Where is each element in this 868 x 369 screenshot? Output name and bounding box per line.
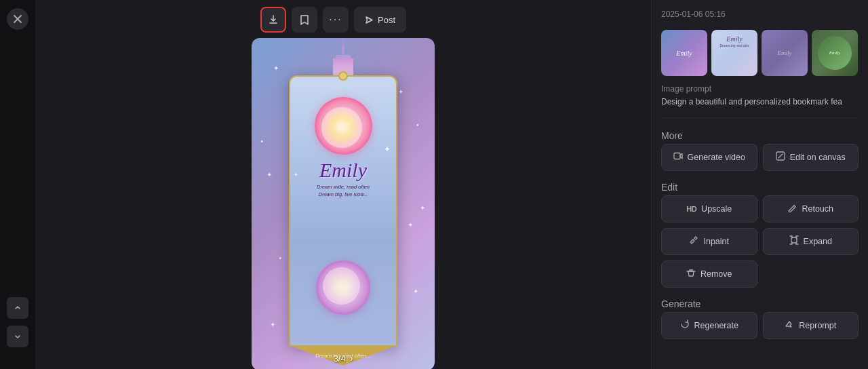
- content-area: ✦ ✦ • ✦ ✦ • ✦ ✦ • ✦: [252, 38, 435, 369]
- remove-button[interactable]: Remove: [661, 260, 757, 288]
- edit-section: Edit HD Upscale Retouch: [661, 179, 859, 288]
- thumbnails-row: Emily Emily Dream big and clim Emily Emi…: [661, 30, 859, 76]
- post-label: Post: [378, 15, 395, 25]
- retouch-label: Retouch: [802, 204, 833, 214]
- reprompt-label: Reprompt: [799, 321, 836, 330]
- edit-on-canvas-button[interactable]: Edit on canvas: [763, 144, 859, 171]
- reprompt-button[interactable]: Reprompt: [763, 312, 859, 339]
- thumbnail-3[interactable]: Emily: [762, 30, 808, 76]
- divider-1: [661, 117, 859, 118]
- reprompt-icon: [785, 319, 794, 331]
- inpaint-button[interactable]: Inpaint: [661, 228, 757, 255]
- thumbnail-4[interactable]: Emily: [812, 30, 858, 76]
- nav-up-button[interactable]: [7, 297, 28, 319]
- hd-icon: HD: [686, 205, 696, 213]
- expand-button[interactable]: Expand: [763, 228, 859, 255]
- nav-down-button[interactable]: [7, 326, 28, 347]
- image-counter: 3/4 ›: [334, 353, 353, 364]
- inpaint-label: Inpaint: [703, 237, 729, 246]
- upscale-label: Upscale: [701, 204, 732, 214]
- canvas-icon: [776, 151, 785, 163]
- top-flower: [315, 97, 372, 155]
- bookmark-name: Emily: [319, 159, 367, 182]
- inpaint-icon: [689, 235, 698, 247]
- prompt-text: Design a beautiful and personalized book…: [661, 96, 859, 108]
- counter-arrow: ›: [350, 353, 353, 364]
- generate-section: Generate Regenerate: [661, 296, 859, 339]
- bookmark-ring: [338, 71, 348, 81]
- counter-text: 3/4: [334, 353, 346, 364]
- expand-icon: [789, 235, 799, 247]
- app-container: ··· Post ✦ ✦ • ✦ ✦ • ✦: [0, 0, 868, 369]
- more-icon: ···: [329, 14, 342, 26]
- bookmark-sub-text: Dream wide, read often Dream big, live s…: [311, 183, 375, 199]
- generate-video-label: Generate video: [688, 153, 745, 162]
- regenerate-icon: [680, 319, 690, 331]
- bottom-flower: [316, 260, 370, 315]
- generate-video-button[interactable]: Generate video: [661, 144, 757, 171]
- top-toolbar: ··· Post: [260, 7, 406, 33]
- download-button[interactable]: [260, 7, 286, 33]
- regenerate-button[interactable]: Regenerate: [661, 312, 757, 339]
- nav-arrows: [7, 294, 28, 347]
- retouch-button[interactable]: Retouch: [763, 195, 859, 222]
- bookmark-card: Emily Dream wide, read often Dream big, …: [289, 75, 397, 347]
- edit-title: Edit: [661, 182, 859, 193]
- generate-actions: Regenerate Reprompt: [661, 312, 859, 339]
- prompt-label: Image prompt: [661, 84, 859, 94]
- bookmark-save-button[interactable]: [292, 7, 317, 33]
- right-panel: 2025-01-06 05:16 Emily Emily Dream big a…: [651, 0, 868, 369]
- more-actions: Generate video Edit on canvas: [661, 144, 859, 171]
- retouch-icon: [787, 203, 797, 214]
- remove-icon: [686, 268, 696, 279]
- edit-on-canvas-label: Edit on canvas: [790, 153, 846, 162]
- main-image: ✦ ✦ • ✦ ✦ • ✦ ✦ • ✦: [252, 38, 435, 369]
- image-prompt-section: Image prompt Design a beautiful and pers…: [661, 84, 859, 108]
- svg-rect-0: [674, 153, 680, 159]
- thumbnail-2[interactable]: Emily Dream big and clim: [711, 30, 757, 76]
- close-button[interactable]: [7, 8, 28, 30]
- regenerate-label: Regenerate: [694, 321, 738, 330]
- thumbnail-1[interactable]: Emily: [661, 30, 707, 76]
- edit-actions: HD Upscale Retouch: [661, 195, 859, 288]
- left-sidebar: [0, 0, 35, 369]
- video-icon: [673, 151, 683, 163]
- remove-label: Remove: [701, 269, 732, 279]
- upscale-button[interactable]: HD Upscale: [661, 195, 757, 222]
- more-options-button[interactable]: ···: [323, 7, 349, 33]
- more-section: More Generate video: [661, 128, 859, 171]
- generate-title: Generate: [661, 298, 859, 309]
- expand-label: Expand: [804, 237, 832, 246]
- post-button[interactable]: Post: [354, 7, 406, 33]
- main-area: ··· Post ✦ ✦ • ✦ ✦ • ✦: [35, 0, 651, 369]
- timestamp: 2025-01-06 05:16: [661, 9, 859, 19]
- more-title: More: [661, 130, 859, 141]
